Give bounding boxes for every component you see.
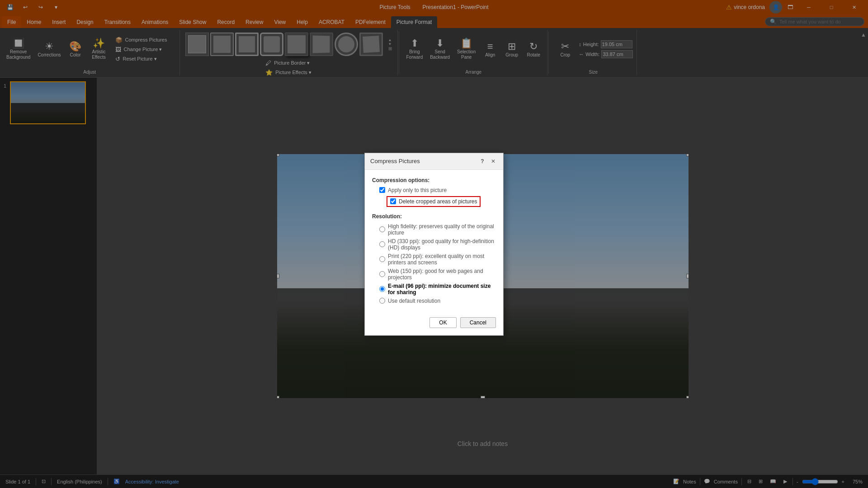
radio-web: Web (150 ppi): good for web pages and pr… bbox=[372, 268, 496, 281]
delete-cropped-checkbox[interactable] bbox=[390, 198, 396, 204]
dialog-body: Compression options: Apply only to this … bbox=[365, 170, 503, 314]
apply-only-checkbox[interactable] bbox=[379, 187, 385, 193]
dialog-title: Compress Pictures bbox=[370, 158, 420, 164]
default-label[interactable]: Use default resolution bbox=[388, 298, 440, 304]
web-radio[interactable] bbox=[379, 271, 385, 277]
email-radio[interactable] bbox=[379, 286, 385, 292]
apply-only-label[interactable]: Apply only to this picture bbox=[388, 187, 447, 193]
dialog-footer: OK Cancel bbox=[365, 314, 503, 335]
print-label[interactable]: Print (220 ppi): excellent quality on mo… bbox=[388, 253, 496, 266]
cancel-button[interactable]: Cancel bbox=[460, 317, 496, 328]
hd-radio[interactable] bbox=[379, 241, 385, 247]
compression-section-label: Compression options: bbox=[372, 177, 496, 183]
radio-high-fidelity: High fidelity: preserves quality of the … bbox=[372, 223, 496, 236]
resolution-section-label: Resolution: bbox=[372, 213, 496, 220]
delete-cropped-label[interactable]: Delete cropped areas of pictures bbox=[399, 198, 477, 205]
default-radio[interactable] bbox=[379, 298, 385, 304]
radio-hd: HD (330 ppi): good quality for high-defi… bbox=[372, 238, 496, 251]
radio-print: Print (220 ppi): excellent quality on mo… bbox=[372, 253, 496, 266]
radio-email: E-mail (96 ppi): minimize document size … bbox=[372, 283, 496, 296]
hd-label[interactable]: HD (330 ppi): good quality for high-defi… bbox=[388, 238, 496, 251]
radio-default: Use default resolution bbox=[372, 298, 496, 304]
compress-pictures-dialog: Compress Pictures ? ✕ Compression option… bbox=[364, 153, 504, 336]
ok-button[interactable]: OK bbox=[429, 317, 456, 328]
web-label[interactable]: Web (150 ppi): good for web pages and pr… bbox=[388, 268, 496, 281]
email-label[interactable]: E-mail (96 ppi): minimize document size … bbox=[388, 283, 496, 296]
dialog-close-button[interactable]: ✕ bbox=[489, 157, 498, 166]
high-fidelity-radio[interactable] bbox=[379, 226, 385, 232]
dialog-controls: ? ✕ bbox=[478, 157, 498, 166]
apply-only-row: Apply only to this picture bbox=[372, 187, 496, 193]
delete-cropped-highlighted: Delete cropped areas of pictures bbox=[387, 196, 481, 207]
dialog-help-button[interactable]: ? bbox=[478, 157, 487, 166]
high-fidelity-label[interactable]: High fidelity: preserves quality of the … bbox=[388, 223, 496, 236]
modal-overlay: Compress Pictures ? ✕ Compression option… bbox=[0, 0, 868, 488]
dialog-titlebar: Compress Pictures ? ✕ bbox=[365, 153, 503, 170]
delete-cropped-container: Delete cropped areas of pictures bbox=[379, 196, 496, 210]
print-radio[interactable] bbox=[379, 256, 385, 262]
